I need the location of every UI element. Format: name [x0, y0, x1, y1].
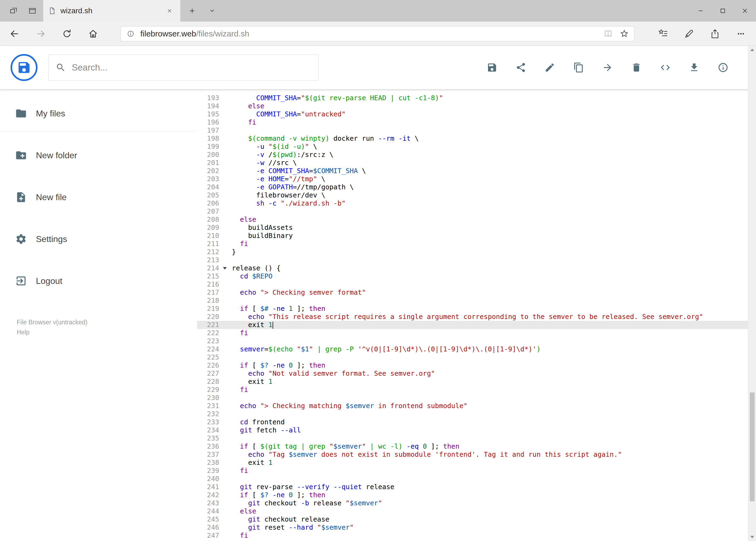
code-line[interactable]: 242 if [ $? -ne 0 ]; then	[197, 491, 756, 499]
code-line[interactable]: 234 git fetch --all	[197, 426, 756, 434]
code-line[interactable]: 202 -e COMMIT_SHA=$COMMIT_SHA \	[197, 167, 756, 175]
code-line[interactable]: 225	[197, 353, 756, 361]
sidebar-item-settings[interactable]: Settings	[0, 231, 197, 248]
tab-wizard-sh[interactable]: wizard.sh	[43, 0, 180, 22]
code-line[interactable]: 203 -e HOME="//tmp" \	[197, 175, 756, 183]
search-input[interactable]	[72, 62, 311, 73]
code-line[interactable]: 233 cd frontend	[197, 418, 756, 426]
code-line[interactable]: 241 git rev-parse --verify --quiet relea…	[197, 483, 756, 491]
code-line[interactable]: 227 echo "Not valid semver format. See s…	[197, 369, 756, 377]
tab-list-button[interactable]	[205, 0, 220, 22]
code-line[interactable]: 197	[197, 126, 756, 135]
code-line[interactable]: 214release () {	[197, 264, 756, 272]
code-line[interactable]: 220 echo "This release script requires a…	[197, 313, 756, 321]
code-line[interactable]: 194 else	[197, 102, 756, 110]
refresh-button[interactable]	[60, 27, 74, 41]
maximize-button[interactable]	[712, 0, 734, 22]
sidebar-item-new-folder[interactable]: New folder	[0, 147, 197, 164]
delete-button[interactable]	[630, 62, 642, 74]
code-line[interactable]: 207	[197, 208, 756, 216]
sidebar-item-logout[interactable]: Logout	[0, 272, 197, 289]
tab-preview-button[interactable]	[24, 0, 41, 22]
code-line[interactable]: 204 -e GOPATH=//tmp/gopath \	[197, 183, 756, 191]
code-line[interactable]: 238 exit 1	[197, 459, 756, 467]
code-line[interactable]: 243 git checkout -b release "$semver"	[197, 499, 756, 507]
code-line[interactable]: 246 git reset --hard "$semver"	[197, 523, 756, 532]
filebrowser-logo[interactable]	[11, 54, 38, 81]
more-button[interactable]	[734, 27, 748, 41]
code-line[interactable]: 244 else	[197, 507, 756, 515]
code-line[interactable]: 208 else	[197, 216, 756, 224]
code-line[interactable]: 195 COMMIT_SHA="untracked"	[197, 110, 756, 118]
code-line[interactable]: 198 $(command -v winpty) docker run --rm…	[197, 135, 756, 143]
reading-view-button[interactable]	[603, 28, 614, 39]
fold-arrow-icon[interactable]	[223, 267, 227, 270]
copy-button[interactable]	[573, 62, 585, 74]
code-line[interactable]: 236 if [ $(git tag | grep "$semver" | wc…	[197, 442, 756, 450]
code-view-button[interactable]	[659, 62, 671, 74]
code-line[interactable]: 247 fi	[197, 532, 756, 540]
page-scrollbar[interactable]	[748, 46, 756, 541]
code-line[interactable]: 211 fi	[197, 240, 756, 248]
code-line[interactable]: 213	[197, 256, 756, 264]
scroll-up-arrow-icon[interactable]	[750, 49, 754, 51]
share-button[interactable]	[515, 62, 527, 74]
code-line[interactable]: 199 -u "$(id -u)" \	[197, 143, 756, 151]
code-area[interactable]: 193 COMMIT_SHA="$(git rev-parse HEAD | c…	[197, 89, 756, 541]
code-line[interactable]: 235	[197, 434, 756, 442]
code-line[interactable]: 221 exit 1	[197, 321, 756, 329]
code-line[interactable]: 222 fi	[197, 329, 756, 337]
code-line[interactable]: 240	[197, 475, 756, 483]
code-line[interactable]: 245 git checkout release	[197, 515, 756, 523]
code-line[interactable]: 201 -w //src \	[197, 159, 756, 167]
code-line[interactable]: 232	[197, 410, 756, 418]
code-line[interactable]: 206 sh -c "./wizard.sh -b"	[197, 199, 756, 208]
code-line[interactable]: 205 filebrowser/dev \	[197, 191, 756, 199]
sidebar-item-new-file[interactable]: New file	[0, 189, 197, 206]
code-line[interactable]: 230	[197, 394, 756, 402]
code-line[interactable]: 219 if [ $# -ne 1 ]; then	[197, 305, 756, 313]
code-line[interactable]: 237 echo "Tag $semver does not exist in …	[197, 450, 756, 459]
code-line[interactable]: 218	[197, 296, 756, 305]
code-line[interactable]: 212}	[197, 248, 756, 256]
share-page-button[interactable]	[708, 27, 722, 41]
site-info-icon[interactable]	[125, 28, 136, 39]
code-line[interactable]: 224 semver=$(echo "$1" | grep -P '^v(0|[…	[197, 345, 756, 353]
help-link[interactable]: Help	[17, 327, 88, 337]
favorites-hub-button[interactable]	[656, 27, 670, 41]
code-line[interactable]: 196 fi	[197, 118, 756, 126]
code-line[interactable]: 217 echo "> Checking semver format"	[197, 288, 756, 296]
search-box[interactable]	[48, 55, 319, 81]
code-line[interactable]: 229 fi	[197, 386, 756, 394]
info-button[interactable]	[717, 62, 729, 74]
tab-close-button[interactable]	[163, 5, 175, 17]
scroll-down-arrow-icon[interactable]	[750, 536, 754, 538]
add-favorite-button[interactable]	[619, 28, 630, 39]
code-line[interactable]: 231 echo "> Checking matching $semver in…	[197, 402, 756, 410]
forward-button[interactable]	[34, 27, 48, 41]
sidebar-item-my-files[interactable]: My files	[0, 105, 197, 122]
scrollbar-thumb[interactable]	[750, 392, 755, 501]
back-button[interactable]	[8, 27, 22, 41]
set-tabs-aside-button[interactable]	[5, 0, 22, 22]
code-line[interactable]: 215 cd $REPO	[197, 272, 756, 280]
code-line[interactable]: 228 exit 1	[197, 377, 756, 386]
code-line[interactable]: 200 -v /$(pwd):/src:z \	[197, 151, 756, 159]
minimize-button[interactable]	[690, 0, 712, 22]
download-button[interactable]	[688, 62, 700, 74]
code-line[interactable]: 239 fi	[197, 467, 756, 475]
code-line[interactable]: 226 if [ $? -ne 0 ]; then	[197, 361, 756, 369]
close-window-button[interactable]	[734, 0, 756, 22]
home-button[interactable]	[86, 27, 100, 41]
code-line[interactable]: 209 buildAssets	[197, 224, 756, 232]
move-button[interactable]	[602, 62, 614, 74]
code-line[interactable]: 193 COMMIT_SHA="$(git rev-parse HEAD | c…	[197, 94, 756, 102]
save-button[interactable]	[486, 62, 498, 74]
edit-button[interactable]	[544, 62, 556, 74]
code-line[interactable]: 210 buildBinary	[197, 232, 756, 240]
code-line[interactable]: 216	[197, 280, 756, 288]
new-tab-button[interactable]	[184, 0, 200, 22]
address-bar[interactable]: filebrowser.web/files/wizard.sh	[121, 26, 634, 41]
code-line[interactable]: 223	[197, 337, 756, 345]
web-note-button[interactable]	[682, 27, 696, 41]
